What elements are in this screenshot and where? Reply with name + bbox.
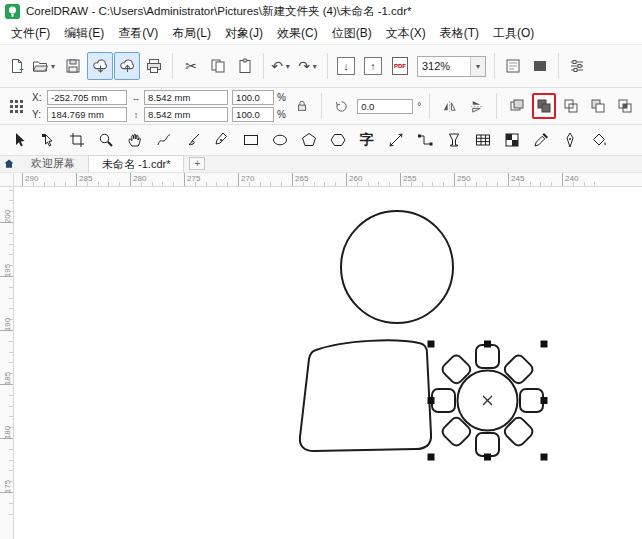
- open-button[interactable]: ▾: [31, 52, 59, 80]
- body-shape[interactable]: [300, 340, 431, 451]
- undo-button[interactable]: ↶▾: [269, 52, 295, 80]
- eyedropper-tool[interactable]: [528, 128, 553, 153]
- horizontal-ruler[interactable]: 290 285 280 275 270 265 260 255 250 245 …: [14, 173, 642, 187]
- table-tool-icon: [475, 132, 491, 148]
- shape-tool[interactable]: [35, 128, 60, 153]
- cut-button[interactable]: ✂: [178, 52, 204, 80]
- cloud-save-button[interactable]: [114, 52, 140, 80]
- menu-item-layout[interactable]: 布局(L): [165, 22, 218, 45]
- ruler-label: 290: [25, 174, 38, 183]
- new-document-button[interactable]: [4, 52, 30, 80]
- menu-item-table[interactable]: 表格(T): [433, 22, 486, 45]
- text-tool[interactable]: 字: [354, 128, 379, 153]
- height-input[interactable]: [144, 107, 228, 122]
- rotation-input[interactable]: [357, 99, 413, 114]
- transparency-tool[interactable]: [441, 128, 466, 153]
- freehand-tool[interactable]: [151, 128, 176, 153]
- zoom-level-combobox[interactable]: 312% ▾: [417, 56, 486, 77]
- scale-x-input[interactable]: [232, 90, 274, 105]
- menu-item-file[interactable]: 文件(F): [4, 22, 57, 45]
- dimension-tool[interactable]: [383, 128, 408, 153]
- view-mode-button[interactable]: [500, 52, 526, 80]
- new-tab-button[interactable]: +: [189, 157, 205, 170]
- export-button[interactable]: ↑: [360, 52, 386, 80]
- position-y-input[interactable]: [47, 107, 127, 122]
- mirror-vertical-button[interactable]: [465, 93, 488, 119]
- position-x-input[interactable]: [47, 90, 127, 105]
- intersect-icon: [617, 98, 633, 114]
- redo-button[interactable]: ↷▾: [296, 52, 322, 80]
- redo-dropdown-icon[interactable]: ▾: [310, 62, 320, 71]
- weld-button[interactable]: [560, 93, 583, 119]
- welcome-tab[interactable]: 欢迎屏幕: [18, 155, 88, 172]
- menu-item-tools[interactable]: 工具(O): [486, 22, 541, 45]
- weld-icon: [563, 98, 579, 114]
- artistic-media-tool[interactable]: [180, 128, 205, 153]
- connector-tool-icon: [417, 132, 433, 148]
- ruler-origin[interactable]: [0, 173, 14, 187]
- pen-tool[interactable]: [209, 128, 234, 153]
- intersect-button[interactable]: [614, 93, 637, 119]
- fill-tool[interactable]: [586, 128, 611, 153]
- height-icon: ↕: [131, 110, 141, 120]
- scale-y-input[interactable]: [232, 107, 274, 122]
- property-bar: X: Y: ↔ ↕ % % °: [0, 88, 642, 125]
- outline-pen-tool[interactable]: [557, 128, 582, 153]
- ellipse-tool-icon: [272, 132, 288, 148]
- undo-dropdown-icon[interactable]: ▾: [283, 62, 293, 71]
- mesh-fill-tool[interactable]: [499, 128, 524, 153]
- polygon-tool[interactable]: [296, 128, 321, 153]
- lock-ratio-button[interactable]: [290, 93, 313, 119]
- options-button[interactable]: [564, 52, 590, 80]
- combine-icon: [536, 98, 552, 114]
- crop-tool-icon: [69, 132, 85, 148]
- preview-button[interactable]: [527, 52, 553, 80]
- width-input[interactable]: [144, 90, 228, 105]
- zoom-dropdown-icon[interactable]: ▾: [470, 57, 485, 76]
- zoom-tool[interactable]: [93, 128, 118, 153]
- copy-button[interactable]: [205, 52, 231, 80]
- publish-pdf-button[interactable]: PDF: [387, 52, 413, 80]
- size-group: ↔ ↕: [131, 90, 228, 122]
- print-button[interactable]: [141, 52, 167, 80]
- cloud-open-button[interactable]: [87, 52, 113, 80]
- home-button[interactable]: [0, 155, 18, 172]
- common-shapes-tool[interactable]: [325, 128, 350, 153]
- ruler-label: 245: [511, 174, 524, 183]
- pick-tool[interactable]: [6, 128, 31, 153]
- document-tab[interactable]: 未命名 -1.cdr*: [88, 155, 184, 172]
- rectangle-tool[interactable]: [238, 128, 263, 153]
- ruler-label: 285: [79, 174, 92, 183]
- document-tab-bar: 欢迎屏幕 未命名 -1.cdr* +: [0, 156, 642, 173]
- origin-selector[interactable]: [5, 93, 28, 119]
- open-dropdown-icon[interactable]: ▾: [48, 62, 58, 71]
- paste-button[interactable]: [232, 52, 258, 80]
- crop-tool[interactable]: [64, 128, 89, 153]
- ruler-label: 180: [3, 423, 12, 443]
- artwork: [14, 187, 642, 539]
- order-button[interactable]: [505, 93, 528, 119]
- menu-item-effects[interactable]: 效果(C): [270, 22, 325, 45]
- menu-item-object[interactable]: 对象(J): [218, 22, 270, 45]
- menu-item-view[interactable]: 查看(V): [111, 22, 165, 45]
- ellipse-tool[interactable]: [267, 128, 292, 153]
- ruler-label: 275: [187, 174, 200, 183]
- connector-tool[interactable]: [412, 128, 437, 153]
- drawing-canvas[interactable]: [14, 187, 642, 539]
- menu-item-bitmaps[interactable]: 位图(B): [325, 22, 379, 45]
- flower-object[interactable]: [432, 345, 543, 456]
- zoom-level-value[interactable]: 312%: [418, 60, 470, 72]
- ruler-label: 185: [3, 369, 12, 389]
- menu-item-edit[interactable]: 编辑(E): [57, 22, 111, 45]
- combine-button[interactable]: [532, 93, 555, 119]
- head-circle[interactable]: [341, 211, 453, 323]
- mirror-horizontal-button[interactable]: [438, 93, 461, 119]
- menu-item-text[interactable]: 文本(X): [379, 22, 433, 45]
- shape-tool-icon: [40, 132, 56, 148]
- table-tool[interactable]: [470, 128, 495, 153]
- trim-button[interactable]: [587, 93, 610, 119]
- import-button[interactable]: ↓: [333, 52, 359, 80]
- vertical-ruler[interactable]: 200 195 190 185 180 175: [0, 187, 14, 539]
- pan-tool[interactable]: [122, 128, 147, 153]
- save-button[interactable]: [60, 52, 86, 80]
